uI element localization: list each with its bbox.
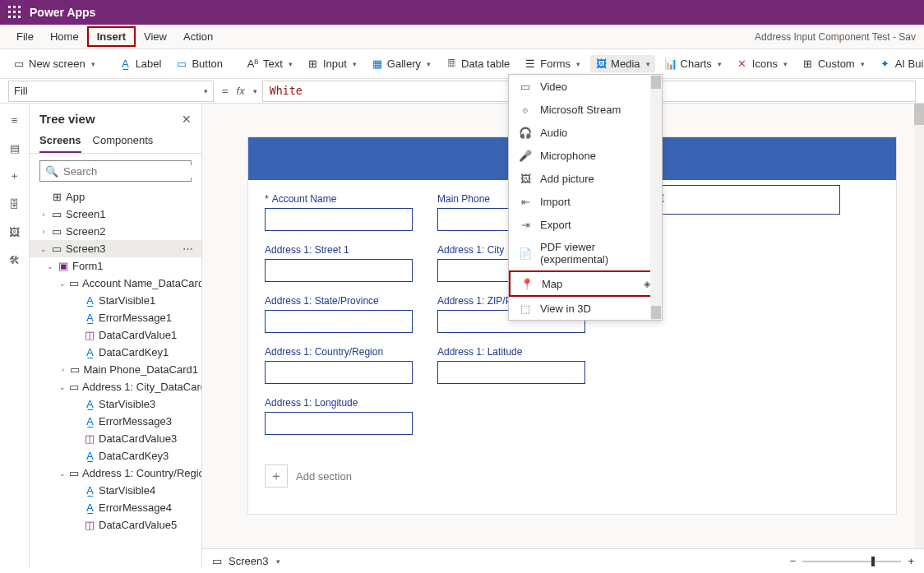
node-dcv3[interactable]: ◫DataCardValue3 [30,430,201,447]
input-icon: ◫ [84,330,95,341]
node-dc-phone[interactable]: ›▭Main Phone_DataCard1 [30,361,201,378]
screen-icon: ▭ [51,243,62,255]
dd-import[interactable]: ⇤Import [509,190,662,213]
rail-data-icon[interactable]: 🗄 [7,196,23,212]
status-screen[interactable]: Screen3 [229,555,268,567]
input-button[interactable]: ⊞Input▾ [303,55,362,72]
menu-action[interactable]: Action [175,27,221,46]
dd-audio[interactable]: 🎧Audio [509,121,662,144]
node-starv1[interactable]: A̲StarVisible1 [30,292,201,309]
custom-icon: ⊞ [802,58,814,70]
node-screen2[interactable]: ›▭Screen2 [30,223,201,240]
node-dck3[interactable]: A̲DataCardKey3 [30,447,201,464]
custom-button[interactable]: ⊞Custom▾ [797,55,870,72]
dropdown-scrollbar[interactable] [650,75,662,320]
search-input[interactable] [63,165,201,178]
left-rail: ≡ ▤ ＋ 🗄 🖼 🛠 [0,104,30,568]
field-country[interactable]: Address 1: Country/Region [265,346,413,384]
button-button[interactable]: ▭Button [171,55,228,72]
tab-components[interactable]: Components [93,134,154,153]
node-form1[interactable]: ⌄▣Form1 [30,257,201,275]
rail-tree-icon[interactable]: ▤ [7,140,23,156]
dd-stream[interactable]: ⟐Microsoft Stream [509,98,662,121]
zoom-slider[interactable] [802,561,901,562]
dd-mic[interactable]: 🎤Microphone [509,144,662,167]
node-dcv1[interactable]: ◫DataCardValue1 [30,326,201,344]
input-account[interactable] [265,208,413,231]
node-dc-city[interactable]: ⌄▭Address 1: City_DataCard1 [30,378,201,395]
canvas-scrollbar[interactable] [914,104,924,568]
charts-icon: 📊 [665,58,677,70]
plus-icon: ＋ [265,464,288,488]
icons-icon: ✕ [737,58,748,70]
label-icon: A̲ [120,58,132,70]
input-lat[interactable] [437,361,585,384]
rail-tools-icon[interactable]: 🛠 [7,252,23,268]
media-button[interactable]: 🖼Media▾ [590,55,654,72]
text-icon: Aᴮ [247,58,259,70]
tab-screens[interactable]: Screens [39,134,81,153]
input-icon: ◫ [84,433,95,445]
input-street[interactable] [265,259,413,282]
input-lon[interactable] [265,412,413,435]
rail-hamburger-icon[interactable]: ≡ [7,112,23,128]
field-state[interactable]: Address 1: State/Province [265,295,413,333]
new-screen-button[interactable]: ▭New screen▾ [8,55,100,72]
rail-plus-icon[interactable]: ＋ [7,168,23,184]
search-box[interactable]: 🔍 [39,160,192,182]
field-street[interactable]: Address 1: Street 1 [265,244,413,282]
node-app[interactable]: ⊞App [30,188,201,206]
icons-button[interactable]: ✕Icons▾ [732,55,792,72]
tree: ⊞App ›▭Screen1 ›▭Screen2 ⌄▭Screen3⋯ ⌄▣Fo… [30,188,201,568]
label-icon: A̲ [84,312,95,324]
node-starv3[interactable]: A̲StarVisible3 [30,395,201,413]
zoom-in-button[interactable]: + [908,555,914,567]
property-selector[interactable]: Fill▾ [8,81,214,102]
rail-media-icon[interactable]: 🖼 [7,224,23,240]
aibuilder-button[interactable]: ✦AI Builder▾ [875,55,924,72]
node-dc-country[interactable]: ⌄▭Address 1: Country/Region_DataCar [30,464,201,482]
node-screen3[interactable]: ⌄▭Screen3⋯ [30,240,201,257]
close-icon[interactable]: ✕ [182,113,192,126]
node-dc-account[interactable]: ⌄▭Account Name_DataCard1 [30,275,201,292]
gallery-button[interactable]: ▦Gallery▾ [367,55,436,72]
node-errm4[interactable]: A̲ErrorMessage4 [30,499,201,516]
dd-export[interactable]: ⇥Export [509,213,662,236]
datatable-button[interactable]: 𝄜Data table [441,55,515,72]
card-icon: ▭ [69,278,79,289]
dd-map[interactable]: 📍Map◈ [509,270,662,297]
field-account[interactable]: *Account Name [265,193,413,231]
node-errm3[interactable]: A̲ErrorMessage3 [30,413,201,430]
more-icon[interactable]: ⋯ [182,243,198,255]
menubar: File Home Insert View Action Address Inp… [0,25,924,49]
input-country[interactable] [265,361,413,384]
add-section[interactable]: ＋ Add section [265,464,880,488]
menu-file[interactable]: File [8,27,42,46]
zoom-out-button[interactable]: − [790,555,797,567]
waffle-icon[interactable] [8,6,21,19]
input-state[interactable] [265,310,413,333]
pdf-icon: 📄 [519,247,532,260]
label-button[interactable]: A̲Label [115,55,167,72]
field-lon[interactable]: Address 1: Longitude [265,397,413,435]
node-dck1[interactable]: A̲DataCardKey1 [30,344,201,361]
screen-icon: ▭ [212,555,222,567]
node-starv4[interactable]: A̲StarVisible4 [30,482,201,499]
forms-icon: ☰ [524,58,536,70]
forms-button[interactable]: ☰Forms▾ [520,55,585,72]
dd-video[interactable]: ▭Video [509,75,662,98]
dd-pdf[interactable]: 📄PDF viewer (experimental) [509,236,662,270]
charts-button[interactable]: 📊Charts▾ [660,55,727,72]
menu-view[interactable]: View [136,27,175,46]
node-errm1[interactable]: A̲ErrorMessage1 [30,309,201,326]
text-button[interactable]: AᴮText▾ [243,55,298,72]
picture-icon: 🖼 [519,172,532,185]
dd-addpic[interactable]: 🖼Add picture [509,167,662,190]
field-lat[interactable]: Address 1: Latitude [437,346,585,384]
menu-insert[interactable]: Insert [87,26,136,47]
node-dcv5[interactable]: ◫DataCardValue5 [30,516,201,534]
dd-3d[interactable]: ⬚View in 3D [509,297,662,320]
node-screen1[interactable]: ›▭Screen1 [30,206,201,223]
menu-home[interactable]: Home [42,27,87,46]
tree-panel: Tree view ✕ Screens Components 🔍 ⊞App ›▭… [30,104,202,568]
